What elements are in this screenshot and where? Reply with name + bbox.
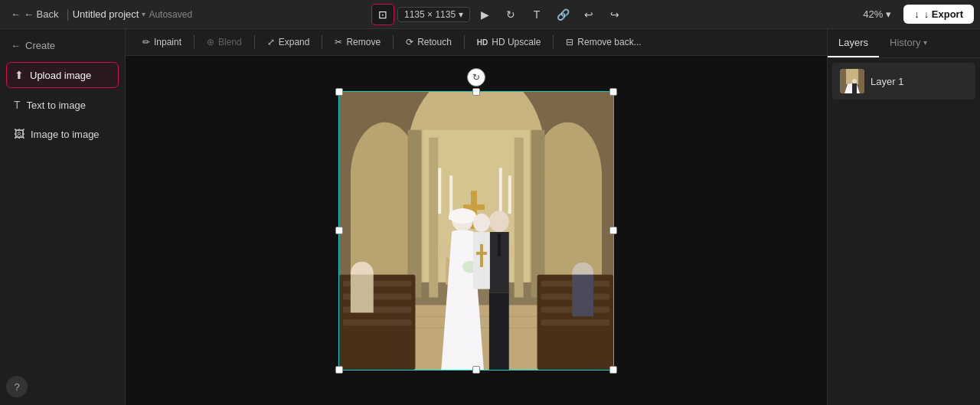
export-button[interactable]: ↓ ↓ Export <box>903 5 974 24</box>
canvas-inner[interactable]: ↻ <box>126 56 827 405</box>
remove-icon: ✂ <box>335 37 342 47</box>
svg-rect-28 <box>343 319 412 325</box>
back-icon: ← <box>11 8 21 20</box>
svg-rect-10 <box>531 129 545 297</box>
retouch-label: Retouch <box>417 37 452 47</box>
back-button[interactable]: ← ← Back <box>6 5 64 23</box>
image-to-image-icon: 🖼 <box>14 128 24 140</box>
create-label: Create <box>25 40 55 51</box>
chevron-icon[interactable]: ▾ <box>142 10 145 18</box>
handle-bottom-left[interactable] <box>335 366 343 374</box>
expand-icon: ⤢ <box>267 37 275 47</box>
right-panel-header: Layers History ▾ <box>828 29 980 58</box>
tool-divider-2 <box>254 35 255 49</box>
remove-button[interactable]: ✂ Remove <box>327 34 388 51</box>
expand-button[interactable]: ⤢ Expand <box>260 34 318 51</box>
text-to-image-button[interactable]: T Text to image <box>6 93 119 117</box>
retouch-button[interactable]: ⟳ Retouch <box>398 34 459 51</box>
inpaint-label: Inpaint <box>154 37 181 47</box>
rotate-icon: ↻ <box>506 8 515 21</box>
inpaint-icon: ✏ <box>142 37 150 47</box>
handle-middle-left[interactable] <box>335 227 343 234</box>
link-button[interactable]: 🔗 <box>551 4 574 25</box>
select-tool-button[interactable]: ⊡ <box>371 4 394 25</box>
play-icon: ▶ <box>481 8 489 21</box>
handle-bottom-right[interactable] <box>609 366 617 374</box>
image-to-image-button[interactable]: 🖼 Image to image <box>6 122 119 146</box>
rotate-button[interactable]: ↻ <box>499 4 522 25</box>
undo-icon: ↩ <box>584 8 593 21</box>
tab-layers[interactable]: Layers <box>828 29 879 57</box>
canvas-content[interactable]: ↻ <box>338 91 614 371</box>
rotate-handle[interactable]: ↻ <box>467 68 485 87</box>
svg-rect-49 <box>476 251 487 254</box>
redo-button[interactable]: ↪ <box>603 4 626 25</box>
blend-label: Blend <box>218 37 242 47</box>
blend-icon: ⊕ <box>207 37 214 47</box>
upload-image-button[interactable]: ⬆ Upload image <box>6 62 119 88</box>
handle-top-middle[interactable] <box>472 88 480 96</box>
left-panel: ← Create ⬆ Upload image T Text to image … <box>0 29 126 405</box>
handle-top-right[interactable] <box>609 88 617 96</box>
zoom-button[interactable]: 42% ▾ <box>857 5 897 23</box>
rotate-icon: ↻ <box>472 72 480 83</box>
project-name[interactable]: Untitled project <box>73 8 139 20</box>
hd-upscale-button[interactable]: HD HD Upscale <box>469 34 548 51</box>
hd-upscale-label: HD Upscale <box>492 37 541 47</box>
handle-top-left[interactable] <box>335 88 343 96</box>
history-tab-label: History <box>890 37 920 48</box>
back-label: ← Back <box>24 8 59 20</box>
tool-divider-3 <box>322 35 322 49</box>
upload-image-label: Upload image <box>30 70 91 81</box>
chevron-down-icon: ▾ <box>923 38 927 47</box>
canvas-area: ✏ Inpaint ⊕ Blend ⤢ Expand ✂ Remove ⟳ Re… <box>126 29 827 405</box>
handle-middle-right[interactable] <box>609 227 617 234</box>
help-button[interactable]: ? <box>6 376 28 397</box>
text-tool-button[interactable]: T <box>525 4 548 25</box>
topbar-right: 42% ▾ ↓ ↓ Export <box>805 5 974 24</box>
blend-button[interactable]: ⊕ Blend <box>199 34 250 51</box>
zoom-label: 42% <box>863 8 883 20</box>
redo-icon: ↪ <box>610 8 619 21</box>
text-to-image-label: Text to image <box>27 100 86 111</box>
create-header: ← Create <box>6 37 119 57</box>
svg-rect-11 <box>429 137 438 297</box>
hd-icon: HD <box>477 38 488 47</box>
svg-rect-13 <box>438 168 441 214</box>
layer-1-item[interactable]: Layer 1 <box>832 63 975 100</box>
text-to-image-icon: T <box>14 99 21 111</box>
upload-icon: ⬆ <box>15 69 24 81</box>
canvas-size-label: 1135 × 1135 <box>404 9 456 20</box>
layer-1-name: Layer 1 <box>871 76 903 87</box>
svg-rect-16 <box>508 175 511 214</box>
download-icon: ↓ <box>914 8 920 20</box>
remove-bg-label: Remove back... <box>577 37 641 47</box>
undo-button[interactable]: ↩ <box>577 4 600 25</box>
svg-rect-53 <box>852 83 857 93</box>
svg-rect-37 <box>572 274 593 316</box>
svg-rect-45 <box>498 233 501 256</box>
layer-1-thumbnail <box>840 69 864 93</box>
tab-history[interactable]: History ▾ <box>879 29 938 57</box>
autosaved-label: Autosaved <box>149 9 192 20</box>
remove-background-button[interactable]: ⊟ Remove back... <box>558 34 648 51</box>
canvas-toolbar: ✏ Inpaint ⊕ Blend ⤢ Expand ✂ Remove ⟳ Re… <box>126 29 827 56</box>
export-label: ↓ Export <box>924 8 963 20</box>
svg-rect-14 <box>449 175 452 214</box>
right-panel: Layers History ▾ Layer 1 <box>827 29 980 405</box>
inpaint-button[interactable]: ✏ Inpaint <box>135 34 189 51</box>
text-icon: T <box>534 8 541 21</box>
wedding-image <box>339 92 613 370</box>
image-container[interactable] <box>338 91 614 371</box>
svg-rect-35 <box>351 274 374 312</box>
canvas-size-display[interactable]: 1135 × 1135 ▾ <box>397 7 470 22</box>
remove-label: Remove <box>346 37 381 47</box>
select-icon: ⊡ <box>378 8 387 21</box>
svg-point-46 <box>473 214 490 232</box>
divider: | <box>67 8 70 21</box>
link-icon: 🔗 <box>557 8 570 21</box>
play-button[interactable]: ▶ <box>473 4 496 25</box>
svg-rect-12 <box>514 137 524 297</box>
handle-bottom-middle[interactable] <box>472 366 480 374</box>
chevron-down-icon: ▾ <box>459 9 463 20</box>
